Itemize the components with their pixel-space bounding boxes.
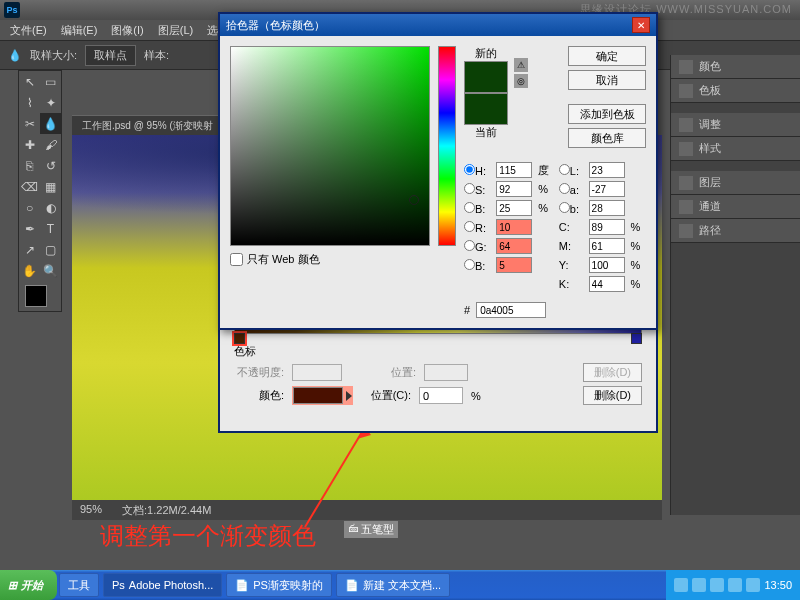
color-swatches[interactable] bbox=[23, 285, 57, 307]
color-marker[interactable] bbox=[409, 195, 419, 205]
tool-pen[interactable]: ✒ bbox=[19, 218, 40, 239]
s-input[interactable] bbox=[496, 181, 532, 197]
task-tools[interactable]: 工具 bbox=[59, 573, 99, 597]
tool-path[interactable]: ↗ bbox=[19, 239, 40, 260]
a-input[interactable] bbox=[589, 181, 625, 197]
annotation-text: 调整第一个渐变颜色 bbox=[100, 520, 316, 552]
color-well[interactable] bbox=[293, 387, 343, 404]
task-doc2[interactable]: 📄 新建 文本文档... bbox=[336, 573, 450, 597]
dialog-title: 拾色器（色标颜色） bbox=[226, 18, 325, 33]
color-stop-2[interactable] bbox=[631, 333, 642, 344]
websafe-icon[interactable]: ◎ bbox=[514, 74, 528, 88]
h-radio[interactable]: H: bbox=[464, 164, 492, 177]
opt-sample-size-value[interactable]: 取样点 bbox=[85, 45, 136, 66]
c-input[interactable] bbox=[589, 219, 625, 235]
l-input[interactable] bbox=[589, 162, 625, 178]
color-stop-1[interactable] bbox=[234, 333, 245, 344]
tool-lasso[interactable]: ⌇ bbox=[19, 92, 40, 113]
current-color-swatch[interactable] bbox=[464, 93, 508, 125]
menu-file[interactable]: 文件(E) bbox=[4, 21, 53, 40]
tray-icon[interactable] bbox=[710, 578, 724, 592]
panel-adjust[interactable]: 调整 bbox=[671, 113, 800, 137]
foreground-swatch[interactable] bbox=[25, 285, 47, 307]
panel-paths[interactable]: 路径 bbox=[671, 219, 800, 243]
panel-swatches[interactable]: 色板 bbox=[671, 79, 800, 103]
chevron-right-icon[interactable] bbox=[346, 391, 352, 401]
lab-b-radio[interactable]: b: bbox=[559, 202, 585, 215]
delete-button-2[interactable]: 删除(D) bbox=[583, 386, 642, 405]
zoom-level[interactable]: 95% bbox=[80, 503, 102, 517]
hex-input[interactable] bbox=[476, 302, 546, 318]
color-lib-button[interactable]: 颜色库 bbox=[568, 128, 646, 148]
start-button[interactable]: ⊞开始 bbox=[0, 570, 57, 600]
tool-wand[interactable]: ✦ bbox=[40, 92, 61, 113]
k-input[interactable] bbox=[589, 276, 625, 292]
tool-blur[interactable]: ○ bbox=[19, 197, 40, 218]
add-swatch-button[interactable]: 添加到色板 bbox=[568, 104, 646, 124]
tool-history[interactable]: ↺ bbox=[40, 155, 61, 176]
clock[interactable]: 13:50 bbox=[764, 579, 792, 591]
h-input[interactable] bbox=[496, 162, 532, 178]
task-doc1[interactable]: 📄 PS渐变映射的 bbox=[226, 573, 332, 597]
tool-eraser[interactable]: ⌫ bbox=[19, 176, 40, 197]
tool-hand[interactable]: ✋ bbox=[19, 260, 40, 281]
r-input[interactable] bbox=[496, 219, 532, 235]
position-label-2: 位置(C): bbox=[361, 388, 411, 403]
bc-input[interactable] bbox=[496, 257, 532, 273]
hue-slider[interactable] bbox=[438, 46, 456, 246]
menu-layer[interactable]: 图层(L) bbox=[152, 21, 199, 40]
s-radio[interactable]: S: bbox=[464, 183, 492, 196]
y-input[interactable] bbox=[589, 257, 625, 273]
task-photoshop[interactable]: Ps Adobe Photosh... bbox=[103, 573, 222, 597]
tray-icon[interactable] bbox=[692, 578, 706, 592]
color-field[interactable] bbox=[230, 46, 430, 246]
system-tray[interactable]: 13:50 bbox=[666, 570, 800, 600]
g-input[interactable] bbox=[496, 238, 532, 254]
tool-type[interactable]: T bbox=[40, 218, 61, 239]
ok-button[interactable]: 确定 bbox=[568, 46, 646, 66]
panel-layers[interactable]: 图层 bbox=[671, 171, 800, 195]
dialog-titlebar[interactable]: 拾色器（色标颜色） ✕ bbox=[220, 14, 656, 36]
position-label-1: 位置: bbox=[366, 365, 416, 380]
cancel-button[interactable]: 取消 bbox=[568, 70, 646, 90]
tool-brush[interactable]: 🖌 bbox=[40, 134, 61, 155]
adjust-icon bbox=[679, 118, 693, 132]
opacity-label: 不透明度: bbox=[234, 365, 284, 380]
tray-icon[interactable] bbox=[674, 578, 688, 592]
tool-zoom[interactable]: 🔍 bbox=[40, 260, 61, 281]
tool-heal[interactable]: ✚ bbox=[19, 134, 40, 155]
tool-shape[interactable]: ▢ bbox=[40, 239, 61, 260]
photoshop-window: Ps 思缘设计论坛 WWW.MISSYUAN.COM 文件(E) 编辑(E) 图… bbox=[0, 0, 800, 570]
m-input[interactable] bbox=[589, 238, 625, 254]
palette-icon bbox=[679, 60, 693, 74]
bc-radio[interactable]: B: bbox=[464, 259, 492, 272]
close-icon[interactable]: ✕ bbox=[632, 17, 650, 33]
lab-b-input[interactable] bbox=[589, 200, 625, 216]
l-radio[interactable]: L: bbox=[559, 164, 585, 177]
tool-dodge[interactable]: ◐ bbox=[40, 197, 61, 218]
tray-icon[interactable] bbox=[746, 578, 760, 592]
menu-image[interactable]: 图像(I) bbox=[105, 21, 149, 40]
panel-color[interactable]: 颜色 bbox=[671, 55, 800, 79]
gamut-warning-icon[interactable]: ⚠ bbox=[514, 58, 528, 72]
position-input-2[interactable] bbox=[419, 387, 463, 404]
menu-edit[interactable]: 编辑(E) bbox=[55, 21, 104, 40]
tool-gradient[interactable]: ▦ bbox=[40, 176, 61, 197]
document-tab[interactable]: 工作图.psd @ 95% (渐变映射 bbox=[72, 115, 223, 135]
channels-icon bbox=[679, 200, 693, 214]
panel-channels[interactable]: 通道 bbox=[671, 195, 800, 219]
tool-move[interactable]: ↖ bbox=[19, 71, 40, 92]
tool-marquee[interactable]: ▭ bbox=[40, 71, 61, 92]
a-radio[interactable]: a: bbox=[559, 183, 585, 196]
tool-eyedropper[interactable]: 💧 bbox=[40, 113, 61, 134]
tray-icon[interactable] bbox=[728, 578, 742, 592]
tool-stamp[interactable]: ⎘ bbox=[19, 155, 40, 176]
ime-indicator[interactable]: 🖮五笔型 bbox=[344, 521, 398, 538]
tool-crop[interactable]: ✂ bbox=[19, 113, 40, 134]
panel-styles[interactable]: 样式 bbox=[671, 137, 800, 161]
b-input[interactable] bbox=[496, 200, 532, 216]
b-radio[interactable]: B: bbox=[464, 202, 492, 215]
r-radio[interactable]: R: bbox=[464, 221, 492, 234]
g-radio[interactable]: G: bbox=[464, 240, 492, 253]
web-only-checkbox[interactable]: 只有 Web 颜色 bbox=[230, 252, 430, 267]
